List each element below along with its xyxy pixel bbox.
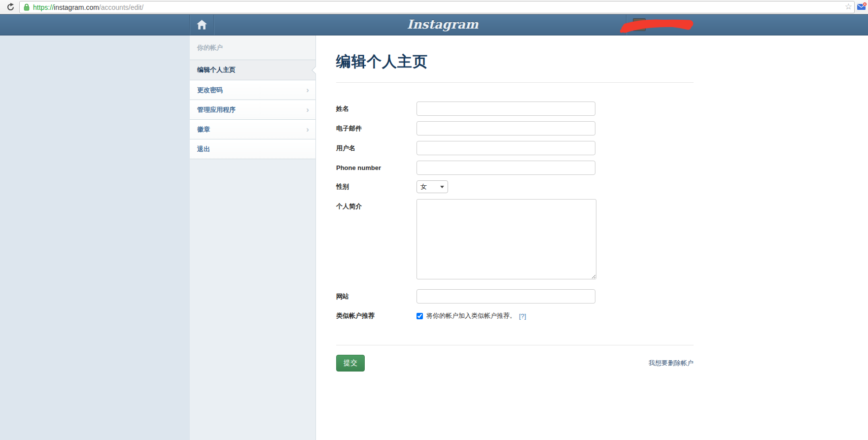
url-text: https://instagram.com/accounts/edit/ <box>33 3 143 11</box>
sidebar-item-change-password[interactable]: 更改密码 › <box>190 80 315 100</box>
red-redaction-scribble <box>620 16 694 35</box>
url-path: /accounts/edit/ <box>99 3 143 11</box>
form-row-phone: Phone number <box>336 161 694 175</box>
url-omnibox[interactable]: https://instagram.com/accounts/edit/ <box>19 1 855 13</box>
padlock-icon <box>24 3 30 11</box>
sidebar-item-badges[interactable]: 徽章 › <box>190 120 315 139</box>
title-divider <box>336 82 694 83</box>
sidebar-section-header: 你的帐户 <box>190 35 315 60</box>
form-row-username: 用户名 <box>336 141 694 155</box>
name-label: 姓名 <box>336 104 417 113</box>
gender-select[interactable]: 女 <box>417 180 448 193</box>
email-input[interactable] <box>417 121 595 135</box>
sidebar-item-label: 编辑个人主页 <box>197 66 236 73</box>
reload-icon <box>6 3 15 11</box>
form-row-bio: 个人简介 <box>336 199 694 279</box>
page-left-background <box>0 35 190 440</box>
settings-sidebar: 你的帐户 编辑个人主页 更改密码 › 管理应用程序 › 徽章 › 退出 <box>190 35 316 440</box>
url-scheme: https:// <box>33 3 54 11</box>
gender-selected-value: 女 <box>420 182 427 191</box>
bookmark-star-icon[interactable]: ☆ <box>845 2 852 12</box>
bio-label: 个人简介 <box>336 199 417 211</box>
similar-accounts-checkbox-text: 将你的帐户加入类似帐户推荐。 <box>426 311 516 320</box>
home-button[interactable] <box>190 15 213 35</box>
similar-accounts-checkbox[interactable] <box>417 313 423 319</box>
website-input[interactable] <box>417 289 595 304</box>
bio-textarea[interactable] <box>417 199 596 279</box>
username-input[interactable] <box>417 141 595 155</box>
sidebar-item-manage-applications[interactable]: 管理应用程序 › <box>190 100 315 120</box>
instagram-logo[interactable]: Instagram <box>407 17 479 32</box>
chevron-right-icon: › <box>306 80 309 100</box>
form-row-website: 网站 <box>336 289 694 304</box>
browser-address-bar: https://instagram.com/accounts/edit/ ☆ <box>0 0 868 14</box>
chevron-right-icon: › <box>306 100 309 119</box>
mail-extension-icon[interactable] <box>857 2 868 12</box>
similar-accounts-help-link[interactable]: [?] <box>519 312 526 320</box>
sidebar-item-label: 徽章 <box>197 126 210 133</box>
sidebar-item-edit-profile[interactable]: 编辑个人主页 <box>190 60 315 80</box>
form-footer: 提交 我想要删除帐户 <box>336 355 694 372</box>
form-row-email: 电子邮件 <box>336 121 694 135</box>
navbar-separator <box>213 15 214 35</box>
dropdown-caret-icon <box>440 186 444 188</box>
form-row-similar-accounts: 类似帐户推荐 将你的帐户加入类似帐户推荐。 [?] <box>336 311 694 320</box>
name-input[interactable] <box>417 102 595 116</box>
similar-accounts-checkbox-group: 将你的帐户加入类似帐户推荐。 [?] <box>417 311 526 320</box>
main-content: 编辑个人主页 姓名 电子邮件 用户名 Phone number 性别 女 个人简… <box>316 35 868 440</box>
mail-extension-glyph <box>857 2 868 12</box>
reload-button[interactable] <box>4 1 17 13</box>
sidebar-item-label: 更改密码 <box>197 86 223 94</box>
navbar-separator <box>626 15 626 35</box>
sidebar-item-label: 退出 <box>197 145 210 153</box>
edit-profile-form: 姓名 电子邮件 用户名 Phone number 性别 女 个人简介 网站 <box>336 102 694 320</box>
form-row-name: 姓名 <box>336 102 694 116</box>
footer-divider <box>336 345 694 345</box>
page-title: 编辑个人主页 <box>336 52 868 72</box>
similar-accounts-label: 类似帐户推荐 <box>336 311 417 320</box>
submit-button[interactable]: 提交 <box>336 355 365 372</box>
top-navbar: Instagram <box>0 14 868 35</box>
form-row-gender: 性别 女 <box>336 180 694 193</box>
home-icon <box>196 20 208 30</box>
url-domain: instagram.com <box>54 3 99 11</box>
user-avatar[interactable] <box>633 18 646 31</box>
website-label: 网站 <box>336 292 417 301</box>
email-label: 电子邮件 <box>336 124 417 133</box>
sidebar-item-logout[interactable]: 退出 <box>190 139 315 159</box>
gender-label: 性别 <box>336 182 417 191</box>
phone-label: Phone number <box>336 164 417 171</box>
username-label: 用户名 <box>336 144 417 153</box>
chevron-right-icon: › <box>306 120 309 139</box>
sidebar-item-label: 管理应用程序 <box>197 106 236 113</box>
delete-account-link[interactable]: 我想要删除帐户 <box>649 359 694 368</box>
phone-input[interactable] <box>417 161 595 175</box>
